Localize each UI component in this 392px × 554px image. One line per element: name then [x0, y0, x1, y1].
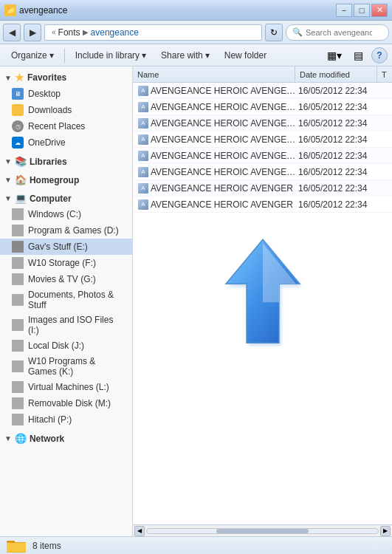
- sidebar-item-label: Downloads: [28, 105, 72, 115]
- file-type-icon: A: [138, 118, 148, 129]
- sidebar-item-downloads[interactable]: Downloads: [0, 102, 132, 118]
- file-name: AVENGEANCE HEROIC AVENGER AT: [151, 102, 298, 112]
- view-arrow: ▾: [337, 49, 342, 61]
- help-button[interactable]: ?: [371, 47, 388, 64]
- sidebar-homegroup-header[interactable]: ▼ 🏠 Homegroup: [0, 172, 132, 188]
- file-date: 16/05/2012 22:34: [298, 199, 377, 210]
- h-scroll-track[interactable]: [146, 528, 379, 534]
- file-icon-cell: A: [136, 134, 151, 145]
- sidebar-item-label: Windows (C:): [28, 209, 81, 219]
- drive-m-icon: [12, 397, 24, 409]
- include-in-library-button[interactable]: Include in library ▾: [69, 47, 153, 64]
- sidebar-section-homegroup: ▼ 🏠 Homegroup: [0, 172, 132, 188]
- desktop-icon: 🖥: [12, 88, 24, 100]
- sidebar-item-documents-h[interactable]: Documents, Photos & Stuff: [0, 287, 132, 312]
- favorites-arrow: ▼: [4, 74, 12, 82]
- h-scroll-left-button[interactable]: ◀: [134, 526, 145, 536]
- computer-label: Computer: [30, 194, 72, 204]
- new-folder-label: New folder: [224, 50, 267, 61]
- sidebar-item-desktop[interactable]: 🖥 Desktop: [0, 86, 132, 102]
- sidebar-item-label: Movies & TV (G:): [28, 274, 96, 284]
- minimize-button[interactable]: −: [336, 4, 352, 17]
- svg-rect-6: [7, 542, 26, 543]
- search-box[interactable]: 🔍: [286, 24, 389, 41]
- sidebar-network-header[interactable]: ▼ 🌐 Network: [0, 431, 132, 446]
- sidebar: ▼ ★ Favorites 🖥 Desktop Downloads ◷ Rece…: [0, 66, 133, 536]
- sidebar-libraries-header[interactable]: ▼ 📚 Libraries: [0, 154, 132, 169]
- file-name: AVENGEANCE HEROIC AVENGER BD: [151, 134, 298, 145]
- drive-j-icon: [12, 340, 24, 352]
- sidebar-item-label: W10 Programs & Games (K:): [28, 356, 125, 377]
- refresh-button[interactable]: ↻: [265, 24, 283, 41]
- file-type-icon: A: [138, 86, 148, 96]
- table-row[interactable]: A AVENGEANCE HEROIC AVENGER BD 16/05/201…: [133, 115, 392, 131]
- column-header-date[interactable]: Date modified: [295, 66, 377, 82]
- network-arrow: ▼: [4, 434, 12, 442]
- file-name: AVENGEANCE HEROIC AVENGER: [151, 183, 298, 194]
- sidebar-favorites-header[interactable]: ▼ ★ Favorites: [0, 69, 132, 86]
- table-row[interactable]: A AVENGEANCE HEROIC AVENGER BD 16/05/201…: [133, 131, 392, 148]
- search-icon: 🔍: [292, 27, 303, 37]
- sidebar-item-w10-storage-f[interactable]: W10 Storage (F:): [0, 255, 132, 271]
- file-icon-cell: A: [136, 167, 151, 177]
- table-row[interactable]: A AVENGEANCE HEROIC AVENGER 16/05/2012 2…: [133, 180, 392, 196]
- table-row[interactable]: A AVENGEANCE HEROIC AVENGER 16/05/2012 2…: [133, 196, 392, 213]
- svg-marker-1: [226, 239, 300, 343]
- sidebar-item-label: OneDrive: [28, 137, 66, 148]
- drive-d-icon: [12, 225, 24, 236]
- sidebar-item-label: Documents, Photos & Stuff: [28, 290, 125, 310]
- file-icon-cell: A: [136, 102, 151, 112]
- file-name: AVENGEANCE HEROIC AVENGER BD: [151, 118, 298, 129]
- sidebar-item-programs-d[interactable]: Program & Games (D:): [0, 222, 132, 239]
- search-input[interactable]: [306, 28, 372, 37]
- sidebar-item-removable-m[interactable]: Removable Disk (M:): [0, 395, 132, 411]
- sidebar-item-windows-c[interactable]: Windows (C:): [0, 206, 132, 222]
- table-row[interactable]: A AVENGEANCE HEROIC AVENGER BI 16/05/201…: [133, 148, 392, 164]
- address-bar: ◀ ▶ « Fonts ▶ avengeance ↻ 🔍: [0, 21, 392, 44]
- view-icon: ▦: [327, 49, 337, 61]
- sidebar-item-onedrive[interactable]: ☁ OneDrive: [0, 134, 132, 151]
- horizontal-scrollbar[interactable]: ◀ ▶: [133, 524, 392, 536]
- maximize-button[interactable]: □: [354, 4, 370, 17]
- col-date-label: Date modified: [300, 70, 350, 79]
- h-scroll-right-button[interactable]: ▶: [380, 526, 391, 536]
- table-row[interactable]: A AVENGEANCE HEROIC AVENGER BI 16/05/201…: [133, 164, 392, 180]
- view-button[interactable]: ▦ ▾: [324, 47, 345, 64]
- sidebar-item-images-i[interactable]: Images and ISO Files (I:): [0, 312, 132, 338]
- sidebar-item-label: Virtual Machines (L:): [28, 382, 109, 392]
- table-row[interactable]: A AVENGEANCE HEROIC AVENGER AT 16/05/201…: [133, 83, 392, 99]
- sidebar-item-recent-places[interactable]: ◷ Recent Places: [0, 118, 132, 134]
- organize-button[interactable]: Organize ▾: [4, 47, 61, 64]
- file-date: 16/05/2012 22:34: [298, 183, 377, 194]
- preview-button[interactable]: ▤: [348, 47, 368, 64]
- column-header-name[interactable]: Name: [133, 66, 295, 82]
- new-folder-button[interactable]: New folder: [218, 47, 273, 64]
- sidebar-item-virtual-l[interactable]: Virtual Machines (L:): [0, 379, 132, 395]
- table-row[interactable]: A AVENGEANCE HEROIC AVENGER AT 16/05/201…: [133, 99, 392, 115]
- column-header-type[interactable]: T: [377, 66, 392, 82]
- sidebar-item-hitachi-p[interactable]: Hitachi (P:): [0, 411, 132, 428]
- sidebar-item-movies-g[interactable]: Movies & TV (G:): [0, 271, 132, 287]
- file-list-header: Name Date modified T: [133, 66, 392, 83]
- downloads-icon: [12, 104, 24, 116]
- status-folder-icon: [6, 538, 27, 554]
- sidebar-computer-header[interactable]: ▼ 💻 Computer: [0, 191, 132, 206]
- address-path[interactable]: « Fonts ▶ avengeance: [44, 24, 262, 41]
- back-button[interactable]: ◀: [3, 24, 21, 41]
- sidebar-item-gavs-stuff-e[interactable]: Gav's Stuff (E:): [0, 239, 132, 255]
- sidebar-item-w10-programs-k[interactable]: W10 Programs & Games (K:): [0, 354, 132, 379]
- file-date: 16/05/2012 22:34: [298, 134, 377, 145]
- h-scroll-thumb[interactable]: [216, 529, 309, 533]
- status-bar: 8 items: [0, 536, 392, 554]
- share-with-button[interactable]: Share with ▾: [154, 47, 216, 64]
- close-button[interactable]: ✕: [371, 4, 388, 17]
- file-list: A AVENGEANCE HEROIC AVENGER AT 16/05/201…: [133, 83, 392, 524]
- forward-button[interactable]: ▶: [24, 24, 41, 41]
- file-icon-cell: A: [136, 151, 151, 161]
- file-date: 16/05/2012 22:34: [298, 118, 377, 129]
- svg-marker-0: [228, 242, 302, 346]
- drive-p-icon: [12, 414, 24, 425]
- sidebar-item-local-j[interactable]: Local Disk (J:): [0, 338, 132, 354]
- file-type-icon: A: [138, 199, 148, 210]
- network-icon: 🌐: [15, 433, 27, 444]
